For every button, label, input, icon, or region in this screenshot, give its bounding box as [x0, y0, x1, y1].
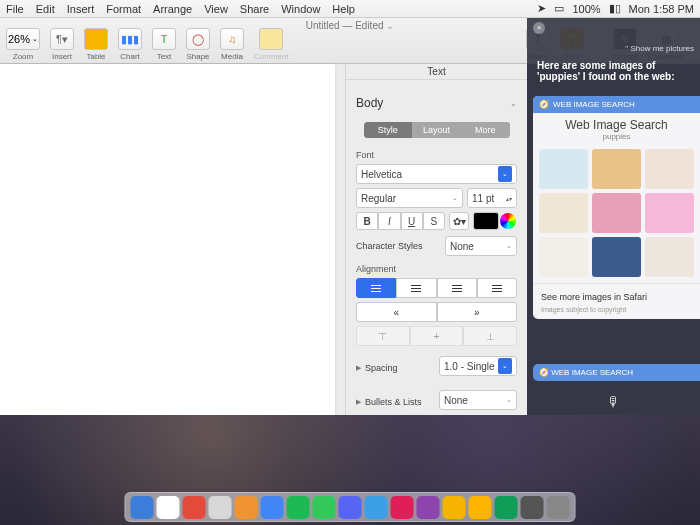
dock-item[interactable]: [391, 496, 414, 519]
clock[interactable]: Mon 1:58 PM: [629, 3, 694, 15]
menu-help[interactable]: Help: [332, 3, 355, 15]
font-options-button[interactable]: ✿▾: [449, 212, 469, 230]
dock-item[interactable]: [183, 496, 206, 519]
align-left-button[interactable]: [356, 278, 396, 298]
dock-item[interactable]: [261, 496, 284, 519]
shape-button[interactable]: ◯: [186, 28, 210, 50]
outdent-button[interactable]: «: [356, 302, 437, 322]
dock-item[interactable]: [313, 496, 336, 519]
dock-item[interactable]: [339, 496, 362, 519]
font-size-field[interactable]: 11 pt▴▾: [467, 188, 517, 208]
spacing-select[interactable]: 1.0 - Single⌄: [439, 356, 517, 376]
inspector-tabs: Style Layout More: [364, 122, 510, 138]
tab-style[interactable]: Style: [364, 122, 413, 138]
align-justify-button[interactable]: [477, 278, 517, 298]
dock-item[interactable]: [417, 496, 440, 519]
close-icon[interactable]: ×: [533, 22, 545, 34]
dock-item[interactable]: [495, 496, 518, 519]
dock-item[interactable]: [521, 496, 544, 519]
text-label: Text: [157, 52, 172, 61]
bullets-row[interactable]: ▶ Bullets & Lists None⌄: [356, 390, 517, 414]
menu-share[interactable]: Share: [240, 3, 269, 15]
valign-mid-button[interactable]: +: [410, 326, 464, 346]
dock-item[interactable]: [209, 496, 232, 519]
menu-arrange[interactable]: Arrange: [153, 3, 192, 15]
valign-bot-button[interactable]: ⊥: [463, 326, 517, 346]
disclosure-triangle-icon: ▶: [356, 398, 361, 406]
shape-label: Shape: [186, 52, 209, 61]
text-button[interactable]: T: [152, 28, 176, 50]
color-wheel-button[interactable]: [500, 213, 516, 229]
thumb[interactable]: [539, 193, 588, 233]
thumb[interactable]: [539, 237, 588, 277]
comment-label: Comment: [254, 52, 289, 61]
card-subtitle: puppies: [533, 132, 700, 145]
thumbnails: [533, 145, 700, 281]
menu-edit[interactable]: Edit: [36, 3, 55, 15]
chart-button[interactable]: ▮▮▮: [118, 28, 142, 50]
valign-top-button[interactable]: ⊤: [356, 326, 410, 346]
menubar-left: File Edit Insert Format Arrange View Sha…: [6, 3, 355, 15]
char-styles-select[interactable]: None⌄: [445, 236, 517, 256]
spacing-row[interactable]: ▶ Spacing 1.0 - Single⌄: [356, 356, 517, 380]
zoom-select[interactable]: 26%⌄: [6, 28, 40, 50]
bullets-select[interactable]: None⌄: [439, 390, 517, 410]
tab-more[interactable]: More: [461, 122, 510, 138]
menu-insert[interactable]: Insert: [67, 3, 95, 15]
comment-button[interactable]: [259, 28, 283, 50]
font-weight-select[interactable]: Regular⌄: [356, 188, 463, 208]
thumb[interactable]: [539, 149, 588, 189]
dock: [125, 492, 576, 522]
dock-item[interactable]: [157, 496, 180, 519]
battery-icon[interactable]: ▮▯: [609, 2, 621, 15]
align-center-button[interactable]: [396, 278, 436, 298]
dock-item[interactable]: [443, 496, 466, 519]
menu-format[interactable]: Format: [106, 3, 141, 15]
media-button[interactable]: ♫: [220, 28, 244, 50]
strike-button[interactable]: S: [423, 212, 445, 230]
char-styles-label: Character Styles: [356, 241, 423, 251]
menubar-right: ➤ ▭ 100% ▮▯ Mon 1:58 PM: [537, 2, 694, 15]
menu-file[interactable]: File: [6, 3, 24, 15]
dock-item[interactable]: [131, 496, 154, 519]
tab-layout[interactable]: Layout: [412, 122, 461, 138]
zoom-group: 26%⌄ Zoom: [6, 28, 40, 61]
display-icon[interactable]: ▭: [554, 2, 564, 15]
siri-panel: × " Show me pictures Here are some image…: [527, 18, 700, 420]
bold-button[interactable]: B: [356, 212, 378, 230]
siri-result-card-2[interactable]: 🧭 WEB IMAGE SEARCH: [533, 364, 700, 381]
underline-button[interactable]: U: [401, 212, 423, 230]
alignment-label: Alignment: [356, 264, 517, 274]
menu-view[interactable]: View: [204, 3, 228, 15]
insert-button[interactable]: ¶▾: [50, 28, 74, 50]
thumb[interactable]: [592, 237, 641, 277]
insert-label: Insert: [52, 52, 72, 61]
table-button[interactable]: [84, 28, 108, 50]
see-more-link[interactable]: See more images in Safari: [533, 283, 700, 306]
inspector-title: Text: [346, 64, 527, 80]
paragraph-style-select[interactable]: Body⌄: [356, 96, 517, 110]
siri-prompt: " Show me pictures: [625, 44, 694, 53]
italic-button[interactable]: I: [378, 212, 400, 230]
dock-item[interactable]: [469, 496, 492, 519]
indent-button[interactable]: »: [437, 302, 518, 322]
compass-icon: 🧭: [539, 100, 549, 109]
dock-item[interactable]: [365, 496, 388, 519]
thumb[interactable]: [645, 237, 694, 277]
card-header: 🧭WEB IMAGE SEARCH: [533, 96, 700, 113]
location-icon[interactable]: ➤: [537, 2, 546, 15]
dock-item[interactable]: [547, 496, 570, 519]
font-section-label: Font: [356, 150, 517, 160]
dock-item[interactable]: [287, 496, 310, 519]
mic-icon[interactable]: 🎙: [607, 394, 621, 410]
menu-window[interactable]: Window: [281, 3, 320, 15]
thumb[interactable]: [645, 193, 694, 233]
thumb[interactable]: [592, 149, 641, 189]
thumb[interactable]: [592, 193, 641, 233]
text-color-button[interactable]: [473, 212, 499, 230]
align-right-button[interactable]: [437, 278, 477, 298]
font-family-select[interactable]: Helvetica⌄: [356, 164, 517, 184]
battery-percent: 100%: [572, 3, 600, 15]
dock-item[interactable]: [235, 496, 258, 519]
thumb[interactable]: [645, 149, 694, 189]
